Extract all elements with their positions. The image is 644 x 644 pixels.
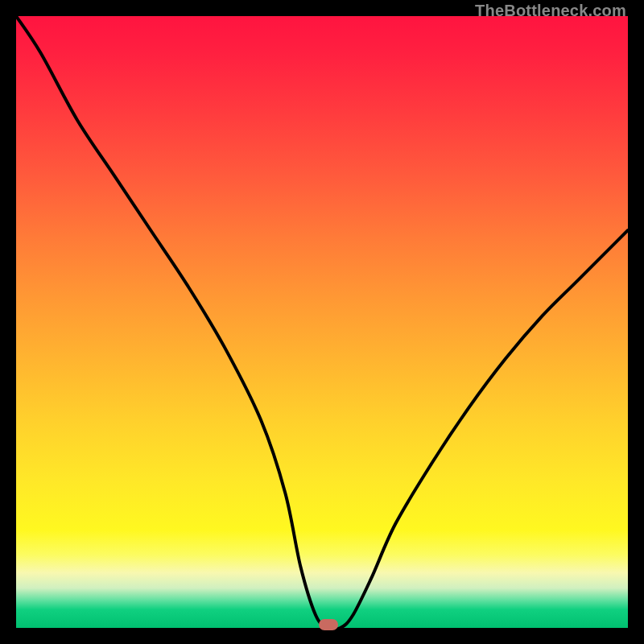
minimum-marker xyxy=(319,619,338,630)
bottleneck-curve xyxy=(16,16,628,628)
chart-frame: TheBottleneck.com xyxy=(0,0,644,644)
watermark-text: TheBottleneck.com xyxy=(475,2,626,20)
plot-area xyxy=(16,16,628,628)
